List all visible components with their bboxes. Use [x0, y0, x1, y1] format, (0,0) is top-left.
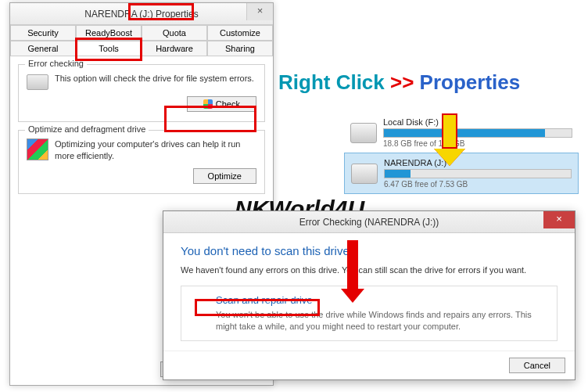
instruction-part2: >> [390, 70, 420, 94]
close-icon[interactable]: × [543, 211, 575, 228]
instruction-part3: Properties [420, 70, 521, 94]
drive-usage-bar [384, 169, 572, 178]
dialog-paragraph: We haven't found any errors on this driv… [181, 265, 558, 275]
scan-repair-option[interactable]: Scan and repair drive You won't be able … [181, 286, 558, 341]
check-button[interactable]: Check [187, 96, 256, 112]
arrow-down-icon [434, 113, 465, 166]
error-checking-legend: Error checking [25, 59, 87, 68]
properties-title: NARENDRA (J:) Properties [84, 9, 198, 20]
dialog-title: Error Checking (NARENDRA (J:)) [299, 217, 439, 228]
arrow-down-icon [341, 240, 364, 303]
scan-repair-desc: You won't be able to use the drive while… [216, 309, 547, 333]
scan-repair-title: Scan and repair drive [216, 294, 547, 306]
tab-customize[interactable]: Customize [207, 25, 273, 40]
tab-tools[interactable]: Tools [76, 41, 142, 56]
disk-icon [350, 123, 377, 143]
optimize-button[interactable]: Optimize [193, 168, 256, 184]
instruction-text: Right Click >> Properties [278, 70, 520, 95]
drive-free: 6.47 GB free of 7.53 GB [384, 180, 572, 189]
dialog-cancel-button[interactable]: Cancel [509, 358, 565, 373]
error-checking-text: This option will check the drive for fil… [55, 73, 254, 85]
tab-sharing[interactable]: Sharing [207, 41, 273, 56]
check-button-label: Check [216, 99, 240, 109]
dialog-titlebar[interactable]: Error Checking (NARENDRA (J:)) × [163, 211, 575, 233]
error-checking-group: Error checking This option will check th… [18, 64, 265, 122]
tab-security[interactable]: Security [10, 25, 76, 40]
tab-readyboost[interactable]: ReadyBoost [76, 25, 142, 40]
tab-general[interactable]: General [10, 41, 76, 56]
drive-name: NARENDRA (J:) [384, 158, 572, 167]
properties-titlebar[interactable]: NARENDRA (J:) Properties × [10, 3, 273, 25]
dialog-heading: You don't need to scan this drive [181, 244, 558, 257]
defrag-icon [27, 138, 48, 160]
tab-quota[interactable]: Quota [142, 25, 207, 40]
drive-usage-bar [383, 128, 572, 138]
close-icon[interactable]: × [246, 3, 273, 20]
drive-free: 18.8 GB free of 131 GB [383, 139, 572, 148]
defrag-legend: Optimize and defragment drive [25, 124, 149, 134]
instruction-part1: Right Click [278, 70, 390, 94]
shield-icon [203, 99, 213, 109]
tabs-row-1: Security ReadyBoost Quota Customize [10, 25, 273, 41]
tabs-row-2: General Tools Hardware Sharing [10, 41, 273, 56]
tab-hardware[interactable]: Hardware [142, 41, 207, 56]
drive-icon [27, 74, 48, 90]
defrag-group: Optimize and defragment drive Optimizing… [18, 130, 265, 194]
defrag-text: Optimizing your computer's drives can he… [55, 138, 256, 162]
disk-icon [351, 164, 378, 184]
drive-name: Local Disk (F:) [383, 117, 572, 127]
error-checking-dialog: Error Checking (NARENDRA (J:)) × You don… [163, 210, 575, 380]
